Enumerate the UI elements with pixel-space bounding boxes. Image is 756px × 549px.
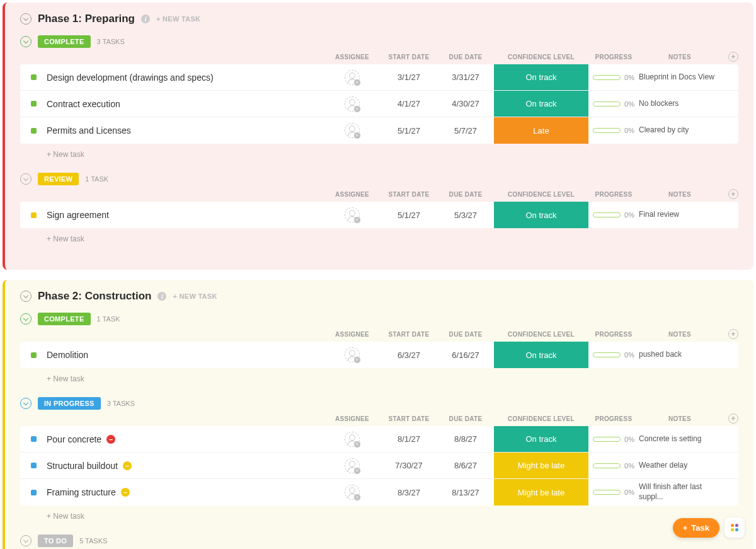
task-name[interactable]: Pour concrete–: [47, 434, 324, 444]
task-row[interactable]: Permits and Licenses + 5/1/27 5/7/27 Lat…: [20, 117, 738, 144]
status-square[interactable]: [31, 74, 37, 80]
assignee-cell[interactable]: +: [345, 207, 360, 222]
confidence-cell[interactable]: On track: [494, 426, 588, 452]
due-date[interactable]: 8/6/27: [437, 461, 494, 470]
phase-title[interactable]: Phase 1: Preparing: [38, 13, 135, 25]
confidence-cell[interactable]: On track: [494, 202, 588, 228]
status-square[interactable]: [31, 463, 37, 468]
phase-new-task-link[interactable]: + NEW TASK: [173, 292, 217, 300]
new-task-link[interactable]: + New task: [20, 368, 738, 383]
task-row[interactable]: Sign agreement + 5/1/27 5/3/27 On track …: [20, 202, 738, 228]
task-name[interactable]: Sign agreement: [47, 210, 324, 220]
confidence-cell[interactable]: On track: [494, 91, 588, 117]
notes-cell[interactable]: Weather delay: [639, 461, 721, 471]
add-column-button[interactable]: +: [728, 413, 738, 424]
confidence-cell[interactable]: Late: [494, 117, 588, 144]
add-column-button[interactable]: +: [728, 189, 738, 199]
task-name[interactable]: Permits and Licenses: [47, 125, 324, 136]
progress-cell[interactable]: 0%: [588, 74, 639, 81]
task-name[interactable]: Design development (drawings and specs): [47, 72, 324, 83]
status-pill[interactable]: IN PROGRESS: [38, 397, 101, 410]
notes-cell[interactable]: Blueprint in Docs View: [639, 72, 721, 83]
chevron-down-icon[interactable]: [20, 36, 32, 47]
due-date[interactable]: 8/8/27: [437, 434, 494, 444]
task-row[interactable]: Pour concrete– + 8/1/27 8/8/27 On track …: [20, 426, 738, 453]
notes-cell[interactable]: Final review: [639, 210, 721, 220]
task-row[interactable]: Contract execution + 4/1/27 4/30/27 On t…: [20, 91, 738, 117]
chevron-down-icon[interactable]: [20, 398, 32, 409]
notes-cell[interactable]: Concrete is setting: [639, 434, 721, 444]
start-date[interactable]: 6/3/27: [381, 350, 437, 360]
confidence-cell[interactable]: On track: [494, 64, 588, 90]
new-task-link[interactable]: + New task: [20, 228, 738, 243]
confidence-cell[interactable]: Might be late: [494, 453, 588, 478]
progress-cell[interactable]: 0%: [588, 211, 639, 219]
new-task-link[interactable]: + New task: [20, 144, 738, 159]
start-date[interactable]: 4/1/27: [381, 99, 437, 108]
new-task-link[interactable]: + New task: [20, 506, 738, 521]
assignee-cell[interactable]: +: [345, 70, 360, 85]
status-square[interactable]: [31, 436, 37, 442]
task-name[interactable]: Structural buildout–: [47, 461, 324, 471]
chevron-down-icon[interactable]: [20, 13, 32, 25]
status-pill[interactable]: REVIEW: [38, 173, 79, 185]
chevron-down-icon[interactable]: [20, 291, 32, 302]
status-square[interactable]: [31, 490, 37, 495]
status-pill[interactable]: COMPLETE: [38, 313, 91, 325]
notes-cell[interactable]: No blockers: [639, 99, 721, 109]
apps-button[interactable]: [724, 517, 745, 538]
progress-cell[interactable]: 0%: [588, 488, 639, 496]
start-date[interactable]: 5/1/27: [381, 211, 437, 220]
assignee-cell[interactable]: +: [345, 485, 360, 500]
progress-cell[interactable]: 0%: [588, 100, 639, 108]
notes-cell[interactable]: pushed back: [639, 350, 721, 360]
due-date[interactable]: 4/30/27: [437, 99, 494, 108]
due-date[interactable]: 8/13/27: [437, 488, 494, 497]
phase-new-task-link[interactable]: + NEW TASK: [156, 15, 200, 23]
start-date[interactable]: 3/1/27: [381, 72, 437, 82]
task-row[interactable]: Demolition + 6/3/27 6/16/27 On track 0% …: [20, 342, 738, 368]
progress-cell[interactable]: 0%: [588, 462, 639, 470]
phase-title[interactable]: Phase 2: Construction: [38, 290, 151, 303]
info-icon[interactable]: i: [158, 292, 166, 301]
chevron-down-icon[interactable]: [20, 313, 32, 325]
chevron-down-icon[interactable]: [20, 173, 32, 185]
start-date[interactable]: 8/1/27: [381, 434, 437, 444]
confidence-cell[interactable]: On track: [494, 342, 588, 368]
status-pill[interactable]: TO DO: [38, 535, 73, 547]
new-task-fab[interactable]: +Task: [673, 518, 719, 538]
assignee-cell[interactable]: +: [345, 432, 360, 447]
status-square[interactable]: [31, 212, 37, 218]
due-date[interactable]: 5/3/27: [437, 211, 494, 220]
progress-cell[interactable]: 0%: [588, 436, 639, 443]
progress-cell[interactable]: 0%: [588, 127, 639, 134]
confidence-cell[interactable]: Might be late: [494, 479, 588, 506]
progress-cell[interactable]: 0%: [588, 351, 639, 359]
notes-cell[interactable]: Will finish after last suppl...: [639, 482, 721, 502]
due-date[interactable]: 3/31/27: [437, 72, 494, 82]
add-column-button[interactable]: +: [728, 52, 738, 62]
status-square[interactable]: [31, 128, 37, 134]
add-column-button[interactable]: +: [728, 329, 738, 339]
task-name[interactable]: Framing structure–: [47, 487, 324, 497]
start-date[interactable]: 7/30/27: [381, 461, 437, 470]
task-name[interactable]: Demolition: [47, 350, 324, 360]
task-row[interactable]: Framing structure– + 8/3/27 8/13/27 Migh…: [20, 479, 738, 506]
task-row[interactable]: Structural buildout– + 7/30/27 8/6/27 Mi…: [20, 453, 738, 479]
start-date[interactable]: 5/1/27: [381, 126, 437, 136]
start-date[interactable]: 8/3/27: [381, 488, 437, 497]
status-pill[interactable]: COMPLETE: [38, 35, 91, 48]
task-name[interactable]: Contract execution: [47, 99, 324, 109]
info-icon[interactable]: i: [141, 14, 150, 23]
notes-cell[interactable]: Cleared by city: [639, 125, 721, 136]
assignee-cell[interactable]: +: [345, 96, 360, 112]
task-row[interactable]: Design development (drawings and specs) …: [20, 64, 738, 91]
due-date[interactable]: 6/16/27: [437, 350, 494, 360]
due-date[interactable]: 5/7/27: [437, 126, 494, 136]
status-square[interactable]: [31, 352, 37, 358]
assignee-cell[interactable]: +: [345, 458, 360, 473]
assignee-cell[interactable]: +: [345, 347, 360, 362]
assignee-cell[interactable]: +: [345, 123, 360, 138]
status-square[interactable]: [31, 101, 37, 107]
chevron-down-icon[interactable]: [20, 535, 32, 546]
